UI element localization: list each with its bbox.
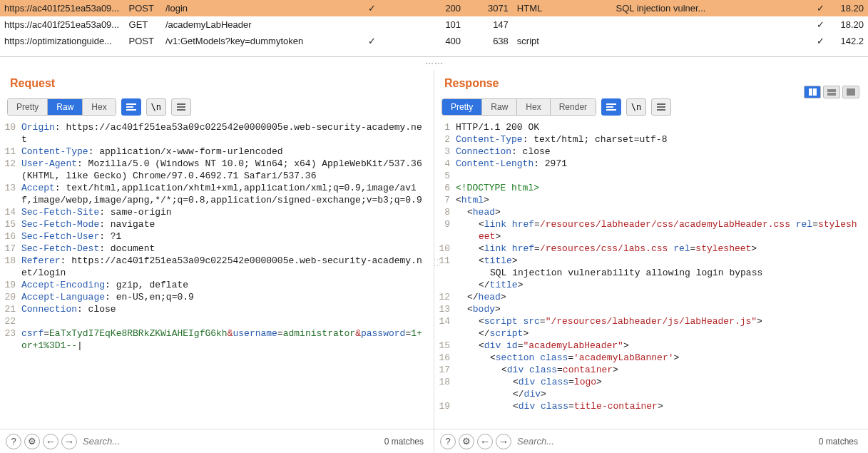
request-toolbar: PrettyRawHex \n — [0, 98, 434, 120]
prev-match-button[interactable]: ← — [477, 434, 493, 449]
code-content[interactable]: <script src="/resources/labheader/js/lab… — [456, 315, 868, 327]
settings-button[interactable] — [459, 434, 474, 449]
code-line: 21Connection: close — [1, 303, 434, 315]
line-number — [436, 279, 456, 291]
line-number: 22 — [1, 315, 21, 327]
code-content[interactable]: <!DOCTYPE html> — [456, 182, 868, 194]
layout-columns-button[interactable] — [804, 86, 821, 98]
code-content[interactable] — [456, 170, 868, 182]
request-search[interactable] — [80, 434, 377, 449]
wrap-lines-button[interactable] — [121, 98, 141, 116]
line-number: 14 — [436, 315, 456, 327]
request-editor[interactable]: 10Origin: https://ac401f251ea53a09c02254… — [0, 120, 434, 429]
code-content[interactable]: SQL injection vulnerability allowing log… — [456, 267, 868, 279]
code-content[interactable]: <div id="academyLabHeader"> — [456, 340, 868, 352]
line-number: 17 — [1, 243, 21, 255]
line-number: 14 — [1, 206, 21, 218]
code-content[interactable]: </div> — [456, 388, 868, 400]
code-content[interactable]: Content-Type: text/html; charset=utf-8 — [456, 133, 868, 146]
code-line: 17<div class=container> — [436, 364, 868, 376]
code-content[interactable] — [21, 315, 434, 327]
response-search[interactable] — [514, 434, 812, 449]
response-view-tabs[interactable]: PrettyRawHexRender — [441, 98, 596, 116]
code-content[interactable]: <body> — [456, 303, 868, 315]
response-search-input[interactable] — [514, 434, 812, 449]
tab-pretty[interactable]: Pretty — [8, 99, 47, 115]
next-match-button[interactable]: → — [61, 434, 77, 449]
code-content[interactable]: <section class='academyLabBanner'> — [456, 352, 868, 364]
next-match-button[interactable]: → — [496, 434, 511, 449]
code-content[interactable]: Sec-Fetch-Mode: navigate — [21, 218, 434, 230]
line-number: 21 — [1, 303, 21, 315]
code-content[interactable]: <title> — [456, 255, 868, 267]
code-content[interactable]: <div class=container> — [456, 364, 868, 376]
code-content[interactable]: <div class=title-container> — [456, 400, 868, 412]
code-content[interactable]: Accept-Encoding: gzip, deflate — [21, 279, 434, 291]
request-view-tabs[interactable]: PrettyRawHex — [7, 98, 116, 116]
layout-rows-button[interactable] — [823, 86, 840, 98]
layout-single-button[interactable] — [842, 86, 859, 98]
table-row[interactable]: https://ac401f251ea53a09...POST/login✓20… — [0, 0, 868, 16]
code-content[interactable]: Content-Type: application/x-www-form-url… — [21, 146, 434, 158]
code-content[interactable]: <link href=/resources/labheader/css/acad… — [456, 218, 868, 243]
help-button[interactable]: ? — [6, 434, 21, 449]
code-line: 1HTTP/1.1 200 OK — [436, 121, 868, 133]
code-content[interactable]: </head> — [456, 291, 868, 303]
options-button[interactable] — [651, 98, 671, 116]
splitter-handle[interactable]: ⋯⋯ — [0, 57, 868, 70]
code-content[interactable]: <head> — [456, 206, 868, 218]
proxy-history-table[interactable]: https://ac401f251ea53a09...POST/login✓20… — [0, 0, 868, 57]
code-content[interactable]: User-Agent: Mozilla/5.0 (Windows NT 10.0… — [21, 158, 434, 182]
code-line: 12</head> — [436, 291, 868, 303]
request-title: Request — [0, 70, 434, 98]
wrap-lines-button[interactable] — [601, 98, 621, 116]
code-content[interactable]: Accept: text/html,application/xhtml+xml,… — [21, 182, 434, 206]
show-nonprinting-button[interactable]: \n — [626, 98, 646, 116]
code-content[interactable]: Accept-Language: en-US,en;q=0.9 — [21, 291, 434, 303]
code-line: 10<link href=/resources/css/labs.css rel… — [436, 243, 868, 255]
prev-match-button[interactable]: ← — [43, 434, 58, 449]
code-content[interactable]: Sec-Fetch-Dest: document — [21, 243, 434, 255]
code-content[interactable]: HTTP/1.1 200 OK — [456, 121, 868, 133]
tab-raw[interactable]: Raw — [481, 99, 516, 115]
show-nonprinting-button[interactable]: \n — [146, 98, 166, 116]
line-number: 10 — [436, 243, 456, 255]
table-row[interactable]: https://ac401f251ea53a09...GET/academyLa… — [0, 16, 868, 33]
code-content[interactable]: Sec-Fetch-Site: same-origin — [21, 206, 434, 218]
layout-switcher[interactable] — [804, 86, 859, 98]
tab-pretty[interactable]: Pretty — [442, 99, 481, 115]
code-content[interactable]: Sec-Fetch-User: ?1 — [21, 230, 434, 243]
options-button[interactable] — [171, 98, 191, 116]
code-line: 18Referer: https://ac401f251ea53a09c0225… — [1, 255, 434, 279]
code-content[interactable]: <html> — [456, 194, 868, 206]
request-search-input[interactable] — [80, 434, 377, 449]
code-content[interactable]: Connection: close — [456, 146, 868, 158]
code-content[interactable]: Content-Length: 2971 — [456, 158, 868, 170]
code-line: 8<head> — [436, 206, 868, 218]
code-content[interactable]: </title> — [456, 279, 868, 291]
tab-render[interactable]: Render — [550, 99, 596, 115]
code-line: 11Content-Type: application/x-www-form-u… — [1, 146, 434, 158]
code-content[interactable]: <link href=/resources/css/labs.css rel=s… — [456, 243, 868, 255]
settings-button[interactable] — [24, 434, 40, 449]
code-line: 11<title> — [436, 255, 868, 267]
code-content[interactable]: csrf=EaTxTydI7EqKe8RBRkZKWiAHEIgfG6kh&us… — [21, 327, 434, 352]
tab-hex[interactable]: Hex — [82, 99, 115, 115]
code-content[interactable]: Origin: https://ac401f251ea53a09c022542e… — [21, 121, 434, 146]
cell-status: 101 — [414, 16, 465, 33]
cell-chk2: ✓ — [810, 0, 832, 16]
cell-method: POST — [125, 33, 161, 49]
code-content[interactable]: <div class=logo> — [456, 376, 868, 388]
line-number: 23 — [1, 327, 21, 352]
table-row[interactable]: https://optimizationguide...POST/v1:GetM… — [0, 33, 868, 49]
code-line: 10Origin: https://ac401f251ea53a09c02254… — [1, 121, 434, 146]
line-number: 13 — [1, 182, 21, 206]
code-content[interactable]: Connection: close — [21, 303, 434, 315]
help-button[interactable]: ? — [440, 434, 456, 449]
code-content[interactable]: </script> — [456, 327, 868, 340]
code-content[interactable]: Referer: https://ac401f251ea53a09c022542… — [21, 255, 434, 279]
response-editor[interactable]: 1HTTP/1.1 200 OK2Content-Type: text/html… — [434, 120, 868, 429]
line-number: 3 — [436, 146, 456, 158]
tab-raw[interactable]: Raw — [47, 99, 82, 115]
tab-hex[interactable]: Hex — [516, 99, 549, 115]
